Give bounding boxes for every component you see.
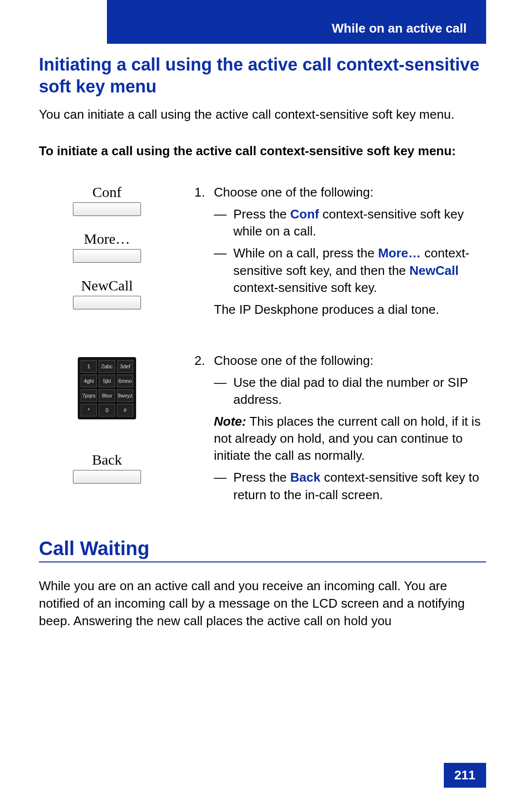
step-2-icons: 1 2abc 3def 4ghi 5jkl 6mno 7pqrs 8tuv 9w… xyxy=(39,352,175,495)
softkey-newcall-label: NewCall xyxy=(81,277,133,294)
step-1-icons: Conf More… NewCall xyxy=(39,184,175,321)
section-title: Initiating a call using the active call … xyxy=(39,54,486,97)
note-label: Note: xyxy=(214,414,246,429)
softkey-conf-button xyxy=(73,202,141,216)
softkey-back-button xyxy=(73,470,141,484)
dialpad-key: 6mno xyxy=(117,375,133,387)
running-title: While on an active call xyxy=(332,21,467,36)
dialpad-key: 3def xyxy=(117,360,133,373)
page-number: 211 xyxy=(444,763,486,788)
softkey-back-group: Back xyxy=(73,451,141,484)
dialpad-key: 0 xyxy=(99,404,115,416)
call-waiting-body: While you are on an active call and you … xyxy=(39,577,486,630)
intro-paragraph: You can initiate a call using the active… xyxy=(39,106,486,123)
header-banner: While on an active call xyxy=(107,0,486,44)
dialpad-key: * xyxy=(81,404,97,416)
step-2-note: Note: This places the current call on ho… xyxy=(214,413,486,464)
newcall-keyword: NewCall xyxy=(409,263,458,278)
conf-keyword: Conf xyxy=(290,207,319,221)
procedure-lead: To initiate a call using the active call… xyxy=(39,143,486,160)
softkey-conf-group: Conf xyxy=(73,184,141,216)
dash-icon: — xyxy=(214,469,233,503)
step-2-text: 2. Choose one of the following: — Use th… xyxy=(175,352,486,508)
dialpad-key: 5jkl xyxy=(99,375,115,387)
step-1-lead: Choose one of the following: xyxy=(214,184,373,201)
dialpad-icon: 1 2abc 3def 4ghi 5jkl 6mno 7pqrs 8tuv 9w… xyxy=(78,357,136,419)
softkey-back-label: Back xyxy=(92,451,122,468)
softkey-conf-label: Conf xyxy=(92,184,122,200)
dash-icon: — xyxy=(214,374,233,408)
step-1-result: The IP Deskphone produces a dial tone. xyxy=(214,301,486,318)
dash-icon: — xyxy=(214,206,233,240)
dialpad-key: 7pqrs xyxy=(81,389,97,402)
dialpad-key: 4ghi xyxy=(81,375,97,387)
step-2-opt1: Use the dial pad to dial the number or S… xyxy=(233,374,486,408)
dialpad-key: 8tuv xyxy=(99,389,115,402)
step-1-text: 1. Choose one of the following: — Press … xyxy=(175,184,486,323)
softkey-newcall-button xyxy=(73,296,141,309)
softkey-more-label: More… xyxy=(84,231,130,247)
page-content: Initiating a call using the active call … xyxy=(39,54,486,630)
call-waiting-title: Call Waiting xyxy=(39,538,486,562)
dialpad-key: 9wxyz xyxy=(117,389,133,402)
step-1-number: 1. xyxy=(194,184,214,201)
softkey-more-group: More… xyxy=(73,231,141,263)
more-keyword: More… xyxy=(378,246,421,260)
step-1-row: Conf More… NewCall 1. Choose one of the … xyxy=(39,184,486,323)
dialpad-key: 1 xyxy=(81,360,97,373)
softkey-newcall-group: NewCall xyxy=(73,277,141,309)
step-2-number: 2. xyxy=(194,352,214,369)
step-1-opt1: Press the Conf context-sensitive soft ke… xyxy=(233,206,486,240)
step-1-opt2: While on a call, press the More… context… xyxy=(233,245,486,296)
dialpad-key: # xyxy=(117,404,133,416)
dialpad-key: 2abc xyxy=(99,360,115,373)
back-keyword: Back xyxy=(290,470,320,485)
dash-icon: — xyxy=(214,245,233,296)
softkey-more-button xyxy=(73,249,141,263)
step-2-opt2: Press the Back context-sensitive soft ke… xyxy=(233,469,486,503)
step-2-row: 1 2abc 3def 4ghi 5jkl 6mno 7pqrs 8tuv 9w… xyxy=(39,352,486,508)
step-2-lead: Choose one of the following: xyxy=(214,352,373,369)
